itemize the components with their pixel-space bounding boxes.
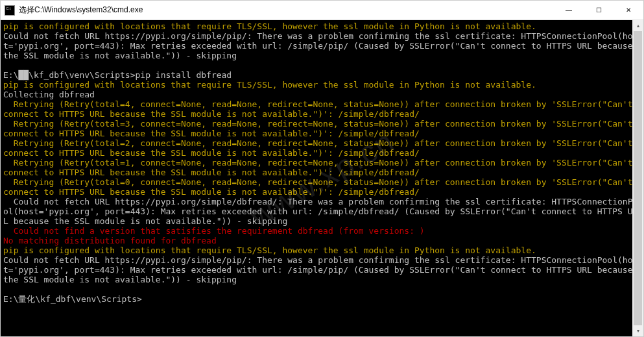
terminal-line: Retrying (Retry(total=4, connect=None, r… xyxy=(3,99,641,119)
terminal-line: pip is configured with locations that re… xyxy=(3,80,641,90)
terminal-line: Retrying (Retry(total=0, connect=None, r… xyxy=(3,177,641,197)
terminal-line: Retrying (Retry(total=2, connect=None, r… xyxy=(3,138,641,158)
vertical-scrollbar[interactable]: ▴ ▾ xyxy=(632,20,643,336)
scroll-up-arrow[interactable]: ▴ xyxy=(632,20,643,31)
terminal-line: Could not fetch URL https://pypi.org/sim… xyxy=(3,255,641,284)
terminal-content[interactable]: pip is configured with locations that re… xyxy=(3,21,641,304)
maximize-button[interactable]: ☐ xyxy=(584,1,614,20)
terminal-line: No matching distribution found for dbfre… xyxy=(3,236,641,245)
minimize-button[interactable]: — xyxy=(554,1,584,20)
terminal-area[interactable]: pip is configured with locations that re… xyxy=(1,20,643,336)
terminal-line: pip is configured with locations that re… xyxy=(3,245,641,255)
terminal-line: Could not fetch URL https://pypi.org/sim… xyxy=(3,31,641,60)
window-title: 选择C:\Windows\system32\cmd.exe xyxy=(19,5,554,16)
window-controls: — ☐ ✕ xyxy=(554,1,643,20)
terminal-line: Could not find a version that satisfies … xyxy=(3,226,641,236)
terminal-line: E:\██\kf_dbf\venv\Scripts>pip install db… xyxy=(3,70,641,80)
terminal-line: pip is configured with locations that re… xyxy=(3,21,641,31)
terminal-line xyxy=(3,284,641,294)
close-button[interactable]: ✕ xyxy=(614,1,643,20)
terminal-line: Collecting dbfread xyxy=(3,90,641,99)
cmd-icon xyxy=(5,5,15,16)
scroll-down-arrow[interactable]: ▾ xyxy=(632,325,643,336)
terminal-line: Retrying (Retry(total=3, connect=None, r… xyxy=(3,119,641,138)
cmd-window: 选择C:\Windows\system32\cmd.exe — ☐ ✕ pip … xyxy=(0,0,644,337)
scroll-thumb[interactable] xyxy=(634,31,642,325)
titlebar[interactable]: 选择C:\Windows\system32\cmd.exe — ☐ ✕ xyxy=(1,1,643,20)
terminal-line: E:\量化\kf_dbf\venv\Scripts> xyxy=(3,294,641,304)
scroll-track[interactable] xyxy=(632,31,643,325)
terminal-line: Could not fetch URL https://pypi.org/sim… xyxy=(3,197,641,226)
terminal-line xyxy=(3,60,641,70)
terminal-line: Retrying (Retry(total=1, connect=None, r… xyxy=(3,158,641,177)
